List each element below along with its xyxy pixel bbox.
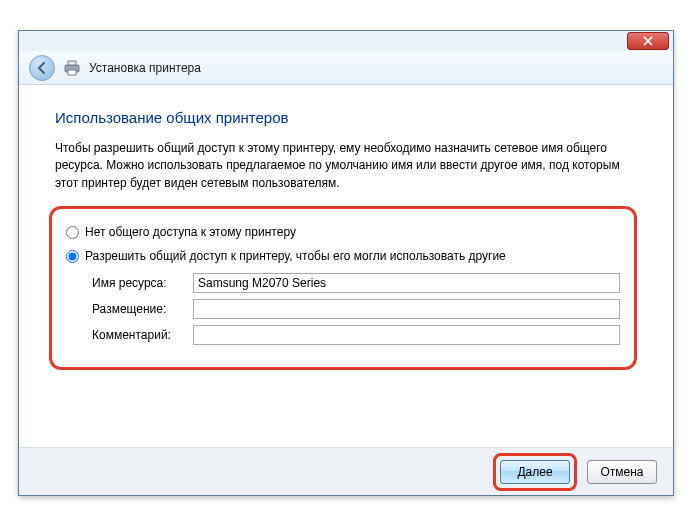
share-name-label: Имя ресурса: (92, 276, 187, 290)
location-label: Размещение: (92, 302, 187, 316)
radio-share[interactable]: Разрешить общий доступ к принтеру, чтобы… (66, 249, 620, 263)
cancel-button[interactable]: Отмена (587, 460, 657, 484)
comment-row: Комментарий: (92, 325, 620, 345)
share-name-input[interactable] (193, 273, 620, 293)
radio-share-label: Разрешить общий доступ к принтеру, чтобы… (85, 249, 506, 263)
comment-label: Комментарий: (92, 328, 187, 342)
content-area: Использование общих принтеров Чтобы разр… (19, 85, 673, 447)
dialog-footer: Далее Отмена (19, 447, 673, 495)
comment-input[interactable] (193, 325, 620, 345)
radio-no-share[interactable]: Нет общего доступа к этому принтеру (66, 225, 620, 239)
sharing-options-group: Нет общего доступа к этому принтеру Разр… (49, 206, 637, 370)
close-icon (643, 36, 653, 46)
next-button-highlight: Далее (493, 453, 577, 491)
arrow-left-icon (35, 61, 49, 75)
window-title: Установка принтера (89, 61, 201, 75)
printer-icon (63, 59, 81, 77)
titlebar (19, 31, 673, 51)
back-button[interactable] (29, 55, 55, 81)
location-row: Размещение: (92, 299, 620, 319)
svg-rect-1 (68, 61, 76, 65)
radio-no-share-label: Нет общего доступа к этому принтеру (85, 225, 296, 239)
dialog-window: Установка принтера Использование общих п… (18, 30, 674, 496)
page-description: Чтобы разрешить общий доступ к этому при… (55, 140, 637, 192)
radio-no-share-input[interactable] (66, 226, 79, 239)
wizard-header: Установка принтера (19, 51, 673, 85)
next-button[interactable]: Далее (500, 460, 570, 484)
location-input[interactable] (193, 299, 620, 319)
svg-rect-2 (68, 70, 76, 75)
share-name-row: Имя ресурса: (92, 273, 620, 293)
radio-share-input[interactable] (66, 250, 79, 263)
page-title: Использование общих принтеров (55, 109, 637, 126)
close-button[interactable] (627, 32, 669, 50)
